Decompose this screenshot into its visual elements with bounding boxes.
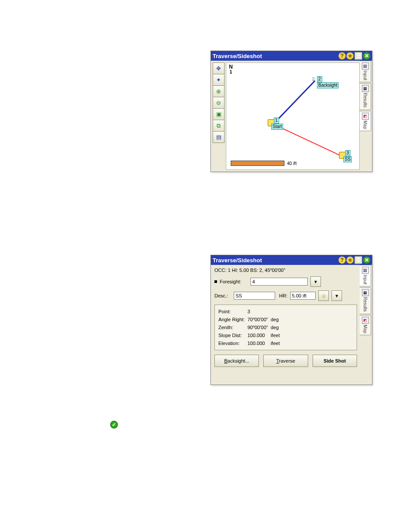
sideshot-button[interactable]: Side Shot: [313, 355, 357, 367]
results-box: Point:3 Angle Right:70º00'00"deg Zenith:…: [214, 305, 357, 350]
backsight-button[interactable]: Backsight...: [214, 355, 259, 367]
table-row: Point:3: [218, 308, 282, 316]
favorite-icon[interactable]: ★: [346, 52, 354, 59]
extents-icon: ✦: [216, 77, 221, 83]
tab-input[interactable]: ▤ Input: [360, 61, 371, 82]
bullet-icon: [214, 280, 217, 283]
tab-results[interactable]: ▦ Results: [360, 83, 371, 110]
zoom-prev-icon: ⧉: [217, 122, 221, 129]
tab-results[interactable]: ▦ Results: [360, 287, 371, 314]
zoom-in-icon: ⊕: [216, 88, 221, 95]
scale-rect: [231, 161, 284, 166]
map-toolstrip: ✥ ✦ ⊕ ⊖ ▣ ⧉ ▤: [213, 62, 225, 143]
titlebar: Traverse/Sideshot ? ★ ☰ ✕: [211, 51, 372, 61]
chart-icon: ◩: [362, 317, 369, 324]
titlebar: Traverse/Sideshot ? ★ ☰ ✕: [211, 255, 372, 265]
table-icon: ▦: [362, 85, 369, 92]
foresight-label: Foresight:: [220, 279, 248, 284]
point-3-label: SS: [343, 156, 352, 162]
traverse-input-window: Traverse/Sideshot ? ★ ☰ ✕ OCC: 1 HI: 5.0…: [210, 255, 372, 385]
form-icon: ▤: [362, 62, 369, 70]
zoom-window-button[interactable]: ▣: [213, 108, 225, 120]
table-row: Angle Right:70º00'00"deg: [218, 316, 282, 323]
settings-icon[interactable]: ☰: [354, 256, 362, 264]
foresight-input[interactable]: [251, 278, 308, 286]
status-line: OCC: 1 HI: 5.00 BS: 2, 45º00'00": [214, 268, 357, 273]
sideshot-line: [273, 124, 343, 157]
zoom-out-icon: ⊖: [216, 99, 221, 106]
hr-input[interactable]: [290, 292, 316, 300]
hr-target-button[interactable]: ◎: [318, 290, 329, 301]
extents-button[interactable]: ✦: [213, 74, 225, 86]
scale-label: 40 ift: [287, 161, 297, 166]
chevron-down-icon: ▼: [335, 294, 339, 298]
table-row: Slope Dist:100.000ifeet: [218, 331, 282, 339]
table-row: Zenith:90º00'00"deg: [218, 323, 282, 331]
backsight-line: [273, 81, 315, 124]
target-icon: ◎: [322, 294, 326, 298]
form-icon: ▤: [362, 267, 369, 274]
zoom-out-button[interactable]: ⊖: [213, 97, 225, 109]
table-icon: ▦: [362, 289, 369, 296]
pan-icon: ✥: [216, 65, 221, 72]
traverse-button[interactable]: Traverse: [263, 355, 308, 367]
point-1-number: 1: [274, 117, 279, 124]
traverse-map-window: Traverse/Sideshot ? ★ ☰ ✕ ✥ ✦ ⊕ ⊖ ▣ ⧉ ▤ …: [210, 51, 372, 172]
help-icon[interactable]: ?: [339, 257, 346, 264]
chart-icon: ◩: [362, 113, 369, 120]
hr-label: HR:: [278, 293, 287, 298]
layers-button[interactable]: ▤: [213, 131, 225, 143]
zoom-in-button[interactable]: ⊕: [213, 85, 225, 97]
chevron-down-icon: ▼: [313, 279, 318, 284]
window-title: Traverse/Sideshot: [213, 257, 339, 264]
point-1-label: Start: [271, 124, 283, 130]
point-2-number: 2: [317, 76, 322, 82]
close-icon[interactable]: ✕: [363, 257, 370, 264]
table-row: Elevation:100.000ifeet: [218, 339, 282, 347]
compass-north: N 1: [229, 65, 233, 74]
point-2-label: Backsight: [317, 82, 339, 88]
point-3-number: 3: [345, 150, 350, 156]
tab-input[interactable]: ▤ Input: [360, 265, 371, 286]
tab-map[interactable]: ◩ Map: [360, 315, 371, 335]
check-icon: ✓: [110, 421, 118, 429]
window-title: Traverse/Sideshot: [213, 53, 339, 59]
layers-icon: ▤: [216, 134, 221, 140]
zoom-window-icon: ▣: [216, 111, 221, 117]
pan-button[interactable]: ✥: [213, 62, 225, 74]
point-2-person-icon: 𓀠: [313, 76, 314, 82]
foresight-dropdown-button[interactable]: ▼: [310, 276, 321, 287]
tab-map[interactable]: ◩ Map: [360, 111, 371, 131]
map-canvas[interactable]: N 1 1 Start 𓀠 2 Backsight 3 SS 40 ift: [226, 62, 360, 170]
scale-bar: 40 ift: [231, 161, 297, 166]
side-tabs: ▤ Input ▦ Results ◩ Map: [360, 265, 371, 383]
help-icon[interactable]: ?: [339, 52, 346, 59]
compass-sub: 1: [229, 69, 233, 74]
desc-label: Desc.:: [214, 293, 231, 298]
favorite-icon[interactable]: ★: [346, 257, 354, 264]
north-arrow-icon: N: [229, 65, 233, 69]
side-tabs: ▤ Input ▦ Results ◩ Map: [360, 61, 371, 170]
results-table: Point:3 Angle Right:70º00'00"deg Zenith:…: [218, 308, 282, 347]
desc-input[interactable]: [234, 292, 275, 300]
settings-icon[interactable]: ☰: [354, 52, 362, 60]
hr-dropdown-button[interactable]: ▼: [332, 290, 342, 301]
close-icon[interactable]: ✕: [363, 52, 370, 59]
zoom-prev-button[interactable]: ⧉: [213, 120, 225, 132]
